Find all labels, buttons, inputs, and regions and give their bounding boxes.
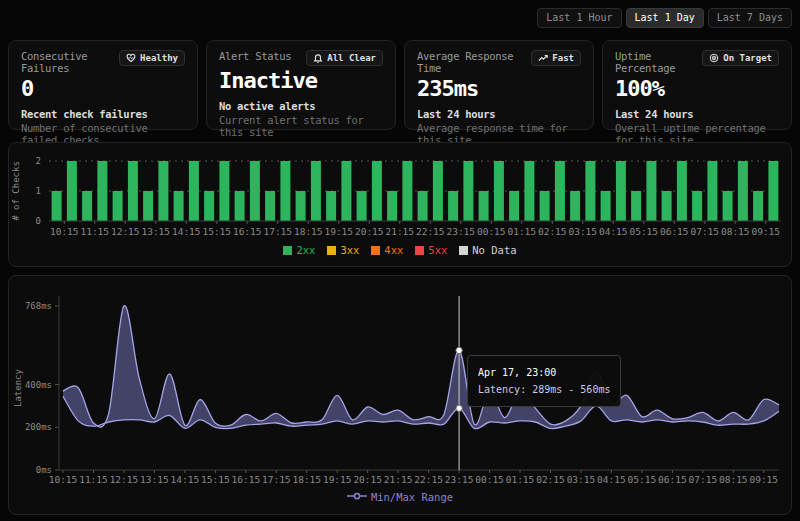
badge-label: On Target (723, 53, 772, 63)
legend-swatch-3xx (327, 246, 336, 255)
legend-item-no-data[interactable]: No Data (459, 244, 516, 256)
svg-text:10:15: 10:15 (49, 474, 78, 485)
svg-text:0: 0 (36, 216, 41, 226)
svg-text:08:15: 08:15 (721, 226, 750, 237)
svg-text:07:15: 07:15 (690, 226, 719, 237)
status-badge-fast: Fast (531, 50, 581, 66)
svg-text:11:15: 11:15 (80, 226, 109, 237)
svg-text:00:15: 00:15 (475, 474, 504, 485)
card-average-response-time: Average Response Time Fast 235ms Last 24… (404, 40, 594, 130)
svg-text:19:15: 19:15 (324, 226, 353, 237)
legend-swatch-2xx (283, 246, 292, 255)
tooltip-title: Apr 17, 23:00 (478, 364, 610, 381)
card-value: 100% (615, 76, 779, 101)
card-consecutive-failures: Consecutive Failures Healthy 0 Recent ch… (8, 40, 198, 130)
svg-text:05:15: 05:15 (628, 474, 657, 485)
svg-text:05:15: 05:15 (629, 226, 658, 237)
svg-text:22:15: 22:15 (416, 226, 445, 237)
svg-text:12:15: 12:15 (110, 474, 139, 485)
svg-text:23:15: 23:15 (446, 226, 475, 237)
tooltip-value: Latency: 289ms - 560ms (478, 381, 610, 398)
svg-text:13:15: 13:15 (140, 474, 169, 485)
svg-text:12:15: 12:15 (111, 226, 140, 237)
card-value: Inactive (219, 68, 383, 93)
svg-text:14:15: 14:15 (171, 474, 200, 485)
card-alert-status: Alert Status All Clear Inactive No activ… (206, 40, 396, 130)
legend-item-4xx[interactable]: 4xx (371, 244, 403, 256)
latency-legend: Min/Max Range (9, 491, 791, 503)
latency-area-chart[interactable]: 0ms200ms400ms768msLatency10:1511:1512:15… (9, 282, 789, 490)
badge-label: Fast (552, 53, 574, 63)
svg-text:17:15: 17:15 (263, 226, 292, 237)
svg-text:02:15: 02:15 (536, 474, 565, 485)
svg-text:768ms: 768ms (25, 301, 52, 311)
bell-icon (313, 53, 323, 63)
time-range-last-7-days[interactable]: Last 7 Days (708, 8, 792, 28)
svg-text:200ms: 200ms (25, 422, 52, 432)
latency-chart-panel: 0ms200ms400ms768msLatency10:1511:1512:15… (8, 275, 792, 515)
svg-text:22:15: 22:15 (414, 474, 443, 485)
card-subtitle: Last 24 hours (615, 108, 779, 120)
legend-label: 2xx (296, 244, 315, 256)
svg-text:18:15: 18:15 (294, 226, 323, 237)
svg-text:02:15: 02:15 (538, 226, 567, 237)
svg-text:10:15: 10:15 (50, 226, 79, 237)
card-uptime-percentage: Uptime Percentage On Target 100% Last 24… (602, 40, 792, 130)
svg-text:03:15: 03:15 (567, 474, 596, 485)
trending-up-icon (538, 53, 548, 63)
legend-item-5xx[interactable]: 5xx (415, 244, 447, 256)
svg-text:13:15: 13:15 (141, 226, 170, 237)
line-marker-icon (347, 491, 367, 503)
legend-label: Min/Max Range (371, 491, 453, 503)
svg-text:1: 1 (36, 186, 41, 196)
checks-chart-panel: 012# of Checks10:1511:1512:1513:1514:151… (8, 142, 792, 267)
svg-text:01:15: 01:15 (506, 474, 535, 485)
svg-text:06:15: 06:15 (658, 474, 687, 485)
card-title: Average Response Time (417, 50, 531, 74)
status-badge-on-target: On Target (702, 50, 779, 66)
badge-label: Healthy (140, 53, 178, 63)
legend-label: 3xx (340, 244, 359, 256)
svg-text:20:15: 20:15 (353, 474, 382, 485)
svg-text:23:15: 23:15 (445, 474, 474, 485)
checks-bar-chart[interactable]: 012# of Checks10:1511:1512:1513:1514:151… (9, 149, 789, 243)
card-subtitle: Recent check failures (21, 108, 185, 120)
time-range-last-1-hour[interactable]: Last 1 Hour (537, 8, 621, 28)
legend-label: 4xx (384, 244, 403, 256)
svg-text:07:15: 07:15 (689, 474, 718, 485)
card-value: 235ms (417, 76, 581, 101)
svg-text:09:15: 09:15 (749, 474, 778, 485)
svg-text:04:15: 04:15 (597, 474, 626, 485)
legend-item-3xx[interactable]: 3xx (327, 244, 359, 256)
svg-text:15:15: 15:15 (202, 226, 231, 237)
legend-item-2xx[interactable]: 2xx (283, 244, 315, 256)
svg-text:04:15: 04:15 (599, 226, 628, 237)
svg-text:03:15: 03:15 (568, 226, 597, 237)
svg-text:# of Checks: # of Checks (11, 161, 21, 221)
svg-text:08:15: 08:15 (719, 474, 748, 485)
status-badge-all-clear: All Clear (306, 50, 383, 66)
svg-text:21:15: 21:15 (384, 474, 413, 485)
svg-text:2: 2 (36, 156, 41, 166)
target-icon (709, 53, 719, 63)
svg-text:17:15: 17:15 (262, 474, 291, 485)
time-range-last-1-day[interactable]: Last 1 Day (626, 8, 704, 28)
svg-text:16:15: 16:15 (233, 226, 262, 237)
card-subtitle: No active alerts (219, 100, 383, 112)
legend-label: 5xx (428, 244, 447, 256)
legend-item-min-max-range[interactable]: Min/Max Range (347, 491, 453, 503)
svg-text:400ms: 400ms (25, 380, 52, 390)
svg-text:00:15: 00:15 (477, 226, 506, 237)
card-description: Current alert status for this site (219, 114, 383, 138)
svg-text:21:15: 21:15 (385, 226, 414, 237)
badge-label: All Clear (327, 53, 376, 63)
legend-swatch-4xx (371, 246, 380, 255)
legend-swatch-5xx (415, 246, 424, 255)
card-title: Alert Status (219, 50, 291, 62)
svg-text:14:15: 14:15 (172, 226, 201, 237)
card-value: 0 (21, 76, 185, 101)
svg-text:06:15: 06:15 (660, 226, 689, 237)
svg-text:11:15: 11:15 (79, 474, 108, 485)
svg-text:20:15: 20:15 (355, 226, 384, 237)
svg-text:16:15: 16:15 (232, 474, 261, 485)
